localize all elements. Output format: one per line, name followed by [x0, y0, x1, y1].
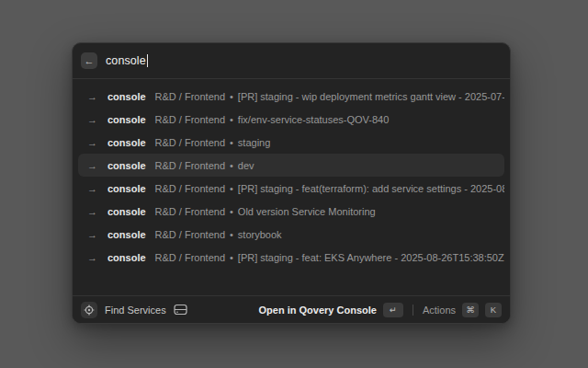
result-detail: fix/env-service-statuses-QOV-840	[238, 114, 389, 125]
result-name: console	[107, 252, 146, 263]
arrow-right-icon: →	[87, 160, 100, 171]
back-arrow-icon: ←	[85, 53, 95, 69]
result-row[interactable]: → console R&D / Frontend • fix/env-servi…	[78, 108, 504, 131]
result-project: R&D / Frontend	[155, 91, 225, 102]
command-palette: ← console → console R&D / Frontend • [PR…	[72, 42, 511, 324]
result-row[interactable]: → console R&D / Frontend • staging	[78, 131, 504, 154]
bullet-separator: •	[230, 206, 233, 217]
result-row[interactable]: → console R&D / Frontend • [PR] staging …	[78, 85, 504, 108]
result-project: R&D / Frontend	[155, 206, 225, 217]
result-name: console	[107, 137, 146, 148]
bullet-separator: •	[230, 114, 233, 125]
arrow-right-icon: →	[87, 229, 100, 240]
bullet-separator: •	[230, 183, 233, 194]
result-detail: [PR] staging - feat: EKS Anywhere - 2025…	[238, 252, 504, 263]
footer: Find Services Open in Qovery Console ↵ A…	[73, 295, 510, 323]
result-row[interactable]: → console R&D / Frontend • Old version S…	[78, 200, 504, 223]
arrow-right-icon: →	[87, 183, 100, 194]
bullet-separator: •	[230, 160, 233, 171]
arrow-right-icon: →	[87, 206, 100, 217]
bullet-separator: •	[230, 252, 233, 263]
actions-label: Actions	[423, 305, 456, 316]
result-project: R&D / Frontend	[155, 252, 225, 263]
search-input[interactable]: console	[106, 54, 502, 67]
footer-left: Find Services	[81, 302, 259, 318]
app-logo-icon	[81, 302, 97, 318]
actions-button[interactable]: Actions ⌘ K	[423, 303, 502, 317]
result-project: R&D / Frontend	[155, 114, 225, 125]
footer-vertical-divider	[413, 305, 413, 316]
result-detail: staging	[238, 137, 270, 148]
result-name: console	[107, 91, 146, 102]
result-project: R&D / Frontend	[155, 229, 225, 240]
cmd-key-badge: ⌘	[462, 303, 479, 317]
result-name: console	[107, 114, 146, 125]
enter-key-badge: ↵	[383, 303, 403, 317]
text-caret	[147, 54, 148, 67]
result-row[interactable]: → console R&D / Frontend • storybook	[78, 223, 504, 246]
services-icon	[174, 304, 187, 316]
open-in-console-action[interactable]: Open in Qovery Console ↵	[259, 303, 403, 317]
result-detail: Old version Service Monitoring	[238, 206, 376, 217]
search-bar: ← console	[73, 43, 510, 79]
result-name: console	[107, 206, 146, 217]
result-project: R&D / Frontend	[155, 160, 225, 171]
k-key-badge: K	[485, 303, 502, 317]
result-row[interactable]: → console R&D / Frontend • [PR] staging …	[78, 177, 504, 200]
result-row[interactable]: → console R&D / Frontend • dev	[78, 154, 504, 177]
result-detail: dev	[238, 160, 254, 171]
arrow-right-icon: →	[87, 252, 100, 263]
bullet-separator: •	[230, 229, 233, 240]
bullet-separator: •	[230, 137, 233, 148]
result-detail: storybook	[238, 229, 282, 240]
search-query-text: console	[106, 54, 146, 67]
result-detail: [PR] staging - feat(terraform): add serv…	[238, 183, 504, 194]
results-list: → console R&D / Frontend • [PR] staging …	[73, 79, 510, 295]
result-project: R&D / Frontend	[155, 183, 225, 194]
arrow-right-icon: →	[87, 91, 100, 102]
result-name: console	[107, 183, 146, 194]
result-detail: [PR] staging - wip deployment metrics ga…	[238, 91, 504, 102]
result-row[interactable]: → console R&D / Frontend • [PR] staging …	[78, 246, 504, 269]
result-name: console	[107, 229, 146, 240]
footer-right: Open in Qovery Console ↵ Actions ⌘ K	[259, 303, 502, 317]
arrow-right-icon: →	[87, 114, 100, 125]
back-button[interactable]: ←	[81, 52, 97, 69]
arrow-right-icon: →	[87, 137, 100, 148]
result-name: console	[107, 160, 146, 171]
open-in-console-label: Open in Qovery Console	[259, 305, 377, 316]
result-project: R&D / Frontend	[155, 137, 225, 148]
bullet-separator: •	[230, 91, 233, 102]
find-services-label: Find Services	[105, 305, 166, 316]
